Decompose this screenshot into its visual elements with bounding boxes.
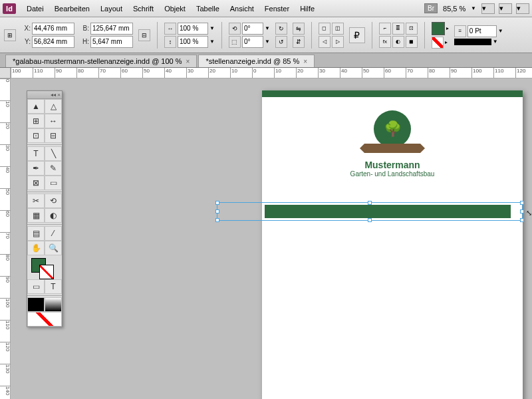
flip-v-icon[interactable]: ⇵ bbox=[293, 36, 305, 48]
close-icon[interactable]: × bbox=[186, 58, 190, 65]
note-tool[interactable]: ▤ bbox=[27, 226, 45, 241]
formatting-text-icon[interactable]: T bbox=[45, 279, 62, 294]
apply-color-icon[interactable] bbox=[27, 297, 45, 312]
content-collector-tool[interactable]: ⊡ bbox=[27, 128, 45, 143]
content-placer-tool[interactable]: ⊟ bbox=[45, 128, 62, 143]
pencil-tool[interactable]: ✎ bbox=[45, 161, 62, 176]
gradient-feather-tool[interactable]: ◐ bbox=[45, 208, 62, 223]
resize-handle[interactable] bbox=[215, 218, 219, 222]
shear-input[interactable] bbox=[242, 36, 263, 48]
x-input[interactable] bbox=[32, 23, 74, 35]
fill-color-swatch[interactable] bbox=[432, 22, 445, 35]
close-icon[interactable]: × bbox=[57, 92, 61, 98]
apply-gradient-icon[interactable] bbox=[45, 297, 62, 312]
gap-tool[interactable]: ↔ bbox=[45, 114, 62, 128]
flip-h-icon[interactable]: ⇋ bbox=[293, 23, 305, 35]
menu-ansicht[interactable]: Ansicht bbox=[225, 2, 259, 15]
chevron-down-icon[interactable]: ▼ bbox=[209, 39, 215, 45]
rotate-ccw-icon[interactable]: ↺ bbox=[275, 36, 287, 48]
opacity-icon[interactable]: ◐ bbox=[392, 36, 404, 48]
width-input[interactable] bbox=[90, 23, 133, 35]
no-stroke-icon[interactable] bbox=[432, 37, 444, 49]
panel-header[interactable]: ◂◂ × bbox=[27, 91, 62, 99]
chevron-down-icon[interactable]: ▼ bbox=[265, 39, 270, 45]
chevron-down-icon[interactable]: ▸ bbox=[446, 25, 449, 31]
ruler-origin[interactable] bbox=[0, 68, 11, 78]
resize-handle[interactable] bbox=[215, 209, 219, 213]
resize-handle[interactable] bbox=[520, 218, 524, 222]
resize-handle[interactable] bbox=[215, 201, 219, 205]
hand-tool[interactable]: ✋ bbox=[27, 241, 45, 255]
chevron-down-icon[interactable]: ▼ bbox=[498, 28, 503, 34]
free-transform-tool[interactable]: ⟲ bbox=[45, 194, 62, 208]
select-content-icon[interactable]: ◫ bbox=[332, 23, 344, 35]
gradient-swatch-tool[interactable]: ▦ bbox=[27, 208, 45, 223]
apply-none-icon[interactable] bbox=[27, 312, 62, 327]
selection-tool[interactable]: ▲ bbox=[27, 99, 45, 114]
menu-bearbeiten[interactable]: Bearbeiten bbox=[49, 2, 95, 15]
document-tab[interactable]: *galabau-mustermann-stellenanzeige.indd … bbox=[5, 55, 197, 67]
workspace: ◂◂ × ▲ △ ⊞ ↔ ⊡ ⊟ T ╲ ✒ ✎ ⊠ ▭ ✂ ⟲ ▦ ◐ ▤ ⁄… bbox=[11, 78, 532, 399]
arrange-icon[interactable]: ▾ bbox=[516, 3, 529, 14]
resize-handle[interactable] bbox=[368, 218, 372, 222]
stroke-swatch[interactable] bbox=[39, 265, 54, 279]
fill-stroke-proxy[interactable] bbox=[27, 255, 62, 279]
menu-datei[interactable]: Datei bbox=[21, 2, 49, 15]
resize-handle[interactable] bbox=[520, 201, 524, 205]
collapse-icon[interactable]: ◂◂ bbox=[51, 92, 56, 98]
text-wrap-icon[interactable]: ≣ bbox=[392, 23, 404, 35]
chevron-down-icon[interactable]: ▼ bbox=[209, 25, 215, 31]
rectangle-frame-tool[interactable]: ⊠ bbox=[27, 176, 45, 190]
zoom-level[interactable]: 85,5 % ▼ bbox=[443, 5, 476, 13]
scissors-tool[interactable]: ✂ bbox=[27, 194, 45, 208]
constrain-icon[interactable]: ⊟ bbox=[138, 29, 150, 41]
stroke-style-preview[interactable] bbox=[454, 39, 491, 45]
zoom-tool[interactable]: 🔍 bbox=[45, 241, 62, 255]
select-prev-icon[interactable]: ◁ bbox=[319, 36, 331, 48]
bridge-button[interactable]: Br bbox=[424, 3, 438, 13]
menu-fenster[interactable]: Fenster bbox=[259, 2, 295, 15]
height-input[interactable] bbox=[90, 36, 133, 48]
y-input[interactable] bbox=[32, 36, 74, 48]
menu-hilfe[interactable]: Hilfe bbox=[295, 2, 320, 15]
resize-handle[interactable] bbox=[520, 209, 524, 213]
scale-x-input[interactable] bbox=[178, 23, 208, 35]
view-mode-icon[interactable]: ▾ bbox=[481, 3, 495, 14]
corner-options-icon[interactable]: ⌐ bbox=[379, 23, 391, 35]
pen-tool[interactable]: ✒ bbox=[27, 161, 45, 176]
menu-objekt[interactable]: Objekt bbox=[159, 2, 191, 15]
rotate-input[interactable] bbox=[242, 23, 263, 35]
horizontal-ruler[interactable]: 1001109080706050403020100102030405060708… bbox=[11, 68, 532, 78]
scale-y-input[interactable] bbox=[178, 36, 208, 48]
resize-handle[interactable] bbox=[368, 201, 372, 205]
shear-icon: ⬚ bbox=[229, 36, 241, 48]
direct-selection-tool[interactable]: △ bbox=[45, 99, 62, 114]
effects-icon[interactable]: fx bbox=[379, 36, 391, 48]
chevron-down-icon[interactable]: ▼ bbox=[265, 25, 270, 31]
stroke-weight-input[interactable] bbox=[467, 25, 497, 37]
close-icon[interactable]: × bbox=[303, 58, 307, 65]
rotate-cw-icon[interactable]: ↻ bbox=[275, 23, 287, 35]
select-container-icon[interactable]: ◻ bbox=[319, 23, 331, 35]
rectangle-tool[interactable]: ▭ bbox=[45, 176, 62, 190]
menu-tabelle[interactable]: Tabelle bbox=[191, 2, 225, 15]
fit-content-icon[interactable]: ⊡ bbox=[406, 23, 418, 35]
line-tool[interactable]: ╲ bbox=[45, 146, 62, 161]
formatting-container-icon[interactable]: ▭ bbox=[27, 279, 45, 294]
vertical-ruler[interactable]: 0102030405060708090100110120130140 bbox=[0, 78, 11, 399]
type-tool[interactable]: T bbox=[27, 146, 45, 161]
menu-layout[interactable]: Layout bbox=[95, 2, 128, 15]
chevron-down-icon[interactable]: ▸ bbox=[445, 39, 448, 45]
selected-object[interactable]: ⤡ bbox=[217, 205, 523, 218]
document-tab[interactable]: *stellenanzeige.indd @ 85 % × bbox=[198, 55, 315, 67]
page-tool[interactable]: ⊞ bbox=[27, 114, 45, 128]
drop-shadow-icon[interactable]: ◼ bbox=[406, 36, 418, 48]
paragraph-icon[interactable]: ₽ bbox=[349, 27, 365, 43]
chevron-down-icon[interactable]: ▼ bbox=[493, 39, 498, 45]
document-page[interactable]: 🌳 Mustermann Garten- und Landschaftsbau bbox=[262, 90, 523, 399]
reference-point-icon[interactable]: ⊞ bbox=[4, 29, 16, 41]
select-next-icon[interactable]: ▷ bbox=[332, 36, 344, 48]
eyedropper-tool[interactable]: ⁄ bbox=[45, 226, 62, 241]
screen-mode-icon[interactable]: ▾ bbox=[499, 3, 512, 14]
menu-schrift[interactable]: Schrift bbox=[128, 2, 159, 15]
